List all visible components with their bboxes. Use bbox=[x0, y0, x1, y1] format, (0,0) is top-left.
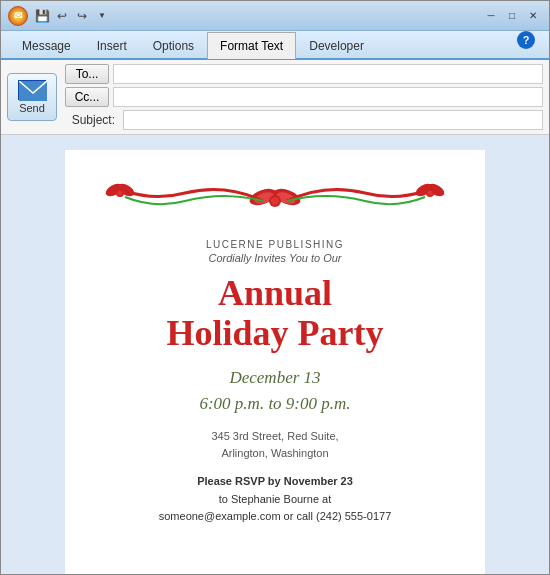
svg-point-6 bbox=[271, 197, 279, 205]
subject-row: Subject: bbox=[65, 110, 543, 130]
subject-input[interactable] bbox=[123, 110, 543, 130]
invitation-body: LUCERNE PUBLISHING Cordially Invites You… bbox=[149, 230, 402, 555]
main-window: ✉ 💾 ↩ ↪ ▼ ─ □ ✕ Message Insert Options F… bbox=[0, 0, 550, 575]
tab-insert[interactable]: Insert bbox=[84, 32, 140, 59]
office-logo: ✉ bbox=[8, 6, 28, 26]
app-icon: ✉ bbox=[7, 5, 29, 27]
address-text: 345 3rd Street, Red Suite, Arlington, Wa… bbox=[159, 428, 392, 461]
save-quick-btn[interactable]: 💾 bbox=[33, 7, 51, 25]
send-icon bbox=[18, 80, 46, 100]
send-label: Send bbox=[19, 102, 45, 114]
ribbon-bottom-decoration bbox=[95, 555, 455, 574]
tab-message[interactable]: Message bbox=[9, 32, 84, 59]
redo-quick-btn[interactable]: ↪ bbox=[73, 7, 91, 25]
address-line1: 345 3rd Street, Red Suite, bbox=[159, 428, 392, 445]
cc-input[interactable] bbox=[113, 87, 543, 107]
maximize-button[interactable]: □ bbox=[502, 7, 522, 25]
cordially-label: Cordially Invites You to Our bbox=[159, 252, 392, 264]
to-row: To... bbox=[65, 64, 543, 84]
address-line2: Arlington, Washington bbox=[159, 445, 392, 462]
svg-point-14 bbox=[428, 190, 433, 195]
close-button[interactable]: ✕ bbox=[523, 7, 543, 25]
tab-options[interactable]: Options bbox=[140, 32, 207, 59]
ribbon: Message Insert Options Format Text Devel… bbox=[1, 31, 549, 60]
ribbon-top-decoration bbox=[95, 170, 455, 230]
rsvp-text: Please RSVP by November 23 to Stephanie … bbox=[159, 473, 392, 526]
undo-quick-btn[interactable]: ↩ bbox=[53, 7, 71, 25]
event-date: December 13 bbox=[159, 365, 392, 391]
party-title-line2: Holiday Party bbox=[159, 314, 392, 354]
quick-access-toolbar: 💾 ↩ ↪ ▼ bbox=[33, 7, 111, 25]
rsvp-line1: Please RSVP by November 23 bbox=[197, 475, 353, 487]
more-quick-btn[interactable]: ▼ bbox=[93, 7, 111, 25]
minimize-button[interactable]: ─ bbox=[481, 7, 501, 25]
svg-point-10 bbox=[118, 190, 123, 195]
rsvp-line3: someone@example.com or call (242) 555-01… bbox=[159, 510, 392, 522]
party-title-line1: Annual bbox=[159, 274, 392, 314]
subject-label: Subject: bbox=[65, 113, 115, 127]
ribbon-tab-list: Message Insert Options Format Text Devel… bbox=[1, 31, 549, 58]
party-title: Annual Holiday Party bbox=[159, 274, 392, 353]
rsvp-line2: to Stephanie Bourne at bbox=[219, 493, 332, 505]
tab-developer[interactable]: Developer bbox=[296, 32, 377, 59]
send-button[interactable]: Send bbox=[7, 73, 57, 121]
tab-format-text[interactable]: Format Text bbox=[207, 32, 296, 59]
help-icon[interactable]: ? bbox=[517, 31, 535, 49]
title-bar: ✉ 💾 ↩ ↪ ▼ ─ □ ✕ bbox=[1, 1, 549, 31]
send-button-area: Send bbox=[7, 64, 57, 130]
lucerne-label: LUCERNE PUBLISHING bbox=[159, 239, 392, 250]
main-content-area: LUCERNE PUBLISHING Cordially Invites You… bbox=[1, 135, 549, 574]
compose-fields: To... Cc... Subject: bbox=[65, 64, 543, 130]
cc-button[interactable]: Cc... bbox=[65, 87, 109, 107]
to-input[interactable] bbox=[113, 64, 543, 84]
email-card: LUCERNE PUBLISHING Cordially Invites You… bbox=[65, 150, 485, 574]
date-text: December 13 6:00 p.m. to 9:00 p.m. bbox=[159, 365, 392, 416]
window-controls: ─ □ ✕ bbox=[481, 7, 543, 25]
event-time: 6:00 p.m. to 9:00 p.m. bbox=[159, 391, 392, 417]
cc-row: Cc... bbox=[65, 87, 543, 107]
to-button[interactable]: To... bbox=[65, 64, 109, 84]
